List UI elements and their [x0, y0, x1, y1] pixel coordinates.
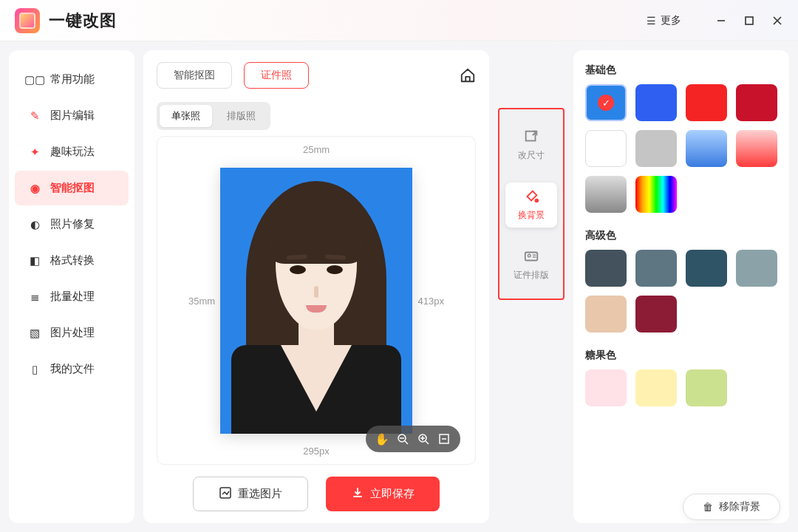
color-swatch[interactable]: ✓ [585, 84, 627, 121]
convert-icon: ◧ [28, 254, 41, 267]
check-icon: ✓ [598, 95, 614, 111]
hamburger-icon: ☰ [647, 15, 656, 27]
color-swatch[interactable] [736, 130, 777, 167]
image-icon: ▧ [28, 327, 41, 340]
color-swatch[interactable] [686, 130, 727, 167]
app-logo-icon [15, 8, 40, 33]
app-title: 一键改图 [49, 10, 117, 32]
save-now-button[interactable]: 立即保存 [326, 477, 440, 511]
color-swatch[interactable] [635, 250, 677, 287]
resize-icon [523, 129, 539, 145]
sidebar: ▢▢常用功能 ✎图片编辑 ✦趣味玩法 ◉智能抠图 ◐照片修复 ◧格式转换 ≣批量… [9, 50, 134, 523]
basic-color-swatches: ✓ [585, 84, 777, 213]
paint-bucket-icon [523, 188, 539, 205]
workspace-top-bar: 智能抠图 证件照 [157, 62, 476, 89]
sidebar-item-photo-repair[interactable]: ◐照片修复 [15, 207, 129, 242]
titlebar: 一键改图 ☰ 更多 [0, 0, 798, 41]
file-icon: ▯ [28, 363, 41, 376]
zoom-in-button[interactable] [415, 430, 432, 448]
download-icon [351, 486, 364, 502]
view-tab-single[interactable]: 单张照 [160, 105, 212, 127]
color-swatch[interactable] [686, 369, 727, 406]
advanced-color-swatches [585, 250, 777, 332]
section-title-basic: 基础色 [585, 64, 777, 77]
section-title-candy: 糖果色 [585, 349, 777, 362]
sidebar-item-common-functions[interactable]: ▢▢常用功能 [15, 62, 129, 97]
color-swatch[interactable] [736, 84, 777, 121]
right-panel: 基础色 ✓ 高级色 糖果色 [573, 50, 789, 523]
workspace: 智能抠图 证件照 单张照 排版照 25mm 295px 35mm 413px [143, 50, 489, 523]
color-swatch-rainbow[interactable] [635, 176, 677, 213]
canvas-toolbar: ✋ [366, 426, 460, 452]
canvas-area: 25mm 295px 35mm 413px ✋ [157, 136, 476, 465]
dimension-top: 25mm [303, 144, 330, 155]
color-swatch[interactable] [686, 250, 727, 287]
sidebar-item-my-files[interactable]: ▯我的文件 [15, 352, 129, 386]
remove-background-button[interactable]: 🗑 移除背景 [683, 494, 780, 520]
color-swatch[interactable] [585, 369, 627, 406]
color-swatch[interactable] [585, 130, 627, 167]
svg-line-8 [426, 441, 429, 444]
trash-icon: 🗑 [703, 501, 713, 513]
svg-line-5 [405, 441, 408, 444]
color-swatch[interactable] [635, 130, 677, 167]
maximize-button[interactable] [743, 15, 755, 27]
color-swatch[interactable] [686, 84, 727, 121]
sidebar-item-image-process[interactable]: ▧图片处理 [15, 316, 129, 350]
sidebar-item-image-edit[interactable]: ✎图片编辑 [15, 98, 129, 133]
view-tab-layout[interactable]: 排版照 [215, 105, 267, 127]
view-tabs: 单张照 排版照 [157, 102, 270, 130]
more-label: 更多 [661, 14, 681, 27]
color-swatch[interactable] [585, 176, 627, 213]
tab-id-photo[interactable]: 证件照 [244, 62, 309, 89]
svg-point-15 [535, 199, 539, 203]
dimension-right: 413px [418, 295, 444, 306]
sidebar-item-batch[interactable]: ≣批量处理 [15, 279, 129, 314]
dimension-bottom: 295px [303, 446, 329, 457]
reselect-image-button[interactable]: 重选图片 [193, 477, 308, 511]
id-card-icon [523, 248, 539, 265]
sidebar-item-smart-cutout[interactable]: ◉智能抠图 [15, 171, 129, 205]
tab-smart-cutout[interactable]: 智能抠图 [157, 62, 232, 89]
edit-icon: ✎ [28, 109, 41, 123]
home-button[interactable] [460, 67, 476, 83]
svg-point-17 [528, 254, 531, 257]
candy-color-swatches [585, 369, 777, 406]
color-swatch[interactable] [585, 296, 627, 332]
fit-screen-button[interactable] [435, 430, 453, 448]
color-swatch[interactable] [635, 84, 677, 121]
close-button[interactable] [771, 15, 783, 27]
color-swatch[interactable] [635, 296, 677, 332]
id-photo-preview[interactable] [220, 168, 412, 434]
target-icon: ◉ [28, 182, 41, 195]
color-swatch[interactable] [585, 250, 627, 287]
section-title-advanced: 高级色 [585, 229, 777, 242]
grid-icon: ▢▢ [28, 73, 41, 86]
rail-item-resize[interactable]: 改尺寸 [505, 123, 557, 168]
svg-rect-16 [525, 253, 538, 261]
zoom-out-button[interactable] [394, 430, 412, 448]
minimize-button[interactable] [715, 15, 727, 27]
rail-item-change-bg[interactable]: 换背景 [505, 183, 557, 228]
svg-rect-14 [526, 132, 536, 141]
image-swap-icon [219, 486, 232, 502]
bottom-actions: 重选图片 立即保存 [157, 477, 476, 511]
sparkle-icon: ✦ [28, 146, 41, 159]
tool-rail: 改尺寸 换背景 证件排版 [498, 108, 565, 300]
magic-icon: ◐ [28, 218, 41, 231]
color-swatch[interactable] [736, 250, 777, 287]
layers-icon: ≣ [28, 290, 41, 304]
color-swatch[interactable] [635, 369, 677, 406]
svg-rect-1 [746, 17, 753, 24]
sidebar-item-format-convert[interactable]: ◧格式转换 [15, 243, 129, 278]
pan-tool-button[interactable]: ✋ [373, 430, 391, 448]
more-menu-button[interactable]: ☰ 更多 [647, 14, 681, 27]
sidebar-item-fun-play[interactable]: ✦趣味玩法 [15, 134, 129, 169]
dimension-left: 35mm [188, 295, 215, 306]
rail-item-id-layout[interactable]: 证件排版 [505, 242, 557, 287]
